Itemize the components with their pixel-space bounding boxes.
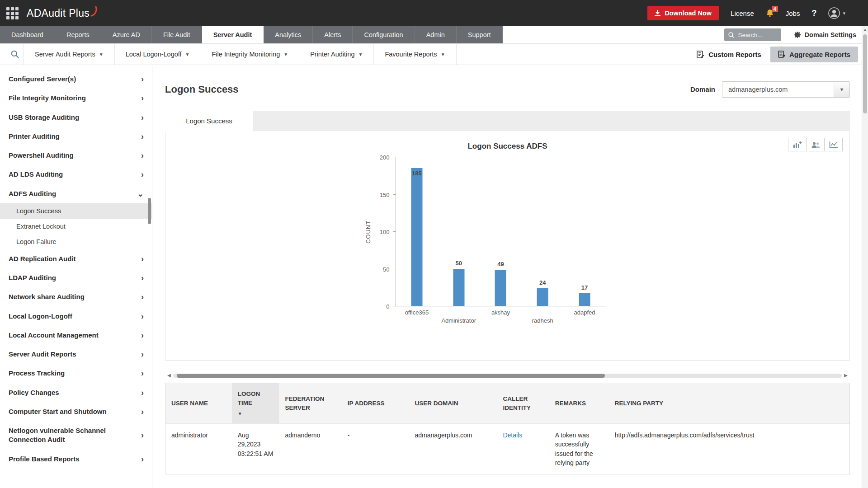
sidebar-item-local-account-management[interactable]: Local Account Management› — [0, 326, 152, 345]
global-search[interactable] — [724, 28, 781, 41]
search-input[interactable] — [737, 31, 776, 39]
column-header-label: USER NAME — [171, 400, 208, 407]
sidebar-item-usb-storage-auditing[interactable]: USB Storage Auditing› — [0, 108, 152, 127]
aggregate-reports-button[interactable]: Aggregate Reports — [770, 47, 858, 62]
nav-tab-configuration[interactable]: Configuration — [353, 26, 415, 43]
sidebar-item-policy-changes[interactable]: Policy Changes› — [0, 383, 152, 402]
sidebar-item-label: Profile Based Reports — [9, 455, 80, 464]
x-axis-category-label: radhesh — [532, 317, 553, 324]
logo: ADAudit Plus — [27, 7, 98, 19]
bar-radhesh[interactable] — [537, 288, 548, 306]
nav-tab-admin[interactable]: Admin — [415, 26, 457, 43]
sidebar-subitem-logon-failure[interactable]: Logon Failure — [0, 234, 152, 249]
bar-slot-adapfed: 17adapfed — [564, 157, 606, 306]
vertical-scrollbar[interactable]: ▲ — [862, 26, 868, 488]
sidebar-item-label: AD Replication Audit — [9, 254, 76, 263]
user-menu[interactable]: ▾ — [828, 7, 845, 19]
sidebar-item-server-audit-reports[interactable]: Server Audit Reports› — [0, 345, 152, 364]
toolbar-menu-label: Favourite Reports — [385, 51, 437, 58]
domain-select[interactable]: admanagerplus.com ▼ — [722, 81, 850, 98]
line-chart-icon[interactable] — [824, 138, 843, 151]
toolbar-menu-printer-auditing[interactable]: Printer Auditing▼ — [299, 44, 374, 65]
notifications-button[interactable]: 4 — [766, 9, 774, 18]
help-button[interactable]: ? — [811, 9, 816, 18]
sidebar-item-label: USB Storage Auditing — [9, 113, 79, 122]
hscroll-track[interactable] — [173, 374, 842, 378]
jobs-link[interactable]: Jobs — [786, 9, 800, 17]
nav-tab-support[interactable]: Support — [457, 26, 503, 43]
bar-office365[interactable] — [411, 168, 422, 306]
nav-tab-server-audit[interactable]: Server Audit — [202, 26, 264, 43]
toolbar-menu-file-integrity-monitoring[interactable]: File Integrity Monitoring▼ — [201, 44, 300, 65]
sidebar-item-profile-based-reports[interactable]: Profile Based Reports› — [0, 450, 152, 469]
toolbar-menu-favourite-reports[interactable]: Favourite Reports▼ — [374, 44, 456, 65]
sidebar-item-ad-replication-audit[interactable]: AD Replication Audit› — [0, 249, 152, 268]
download-now-label: Download Now — [665, 9, 712, 17]
scroll-right-icon[interactable]: ► — [842, 372, 850, 379]
sidebar-subitem-logon-success[interactable]: Logon Success — [0, 203, 152, 219]
sidebar-item-network-share-auditing[interactable]: Network share Auditing› — [0, 287, 152, 306]
bar-adapfed[interactable] — [579, 293, 590, 306]
report-search-button[interactable] — [6, 44, 24, 65]
chevron-right-icon: › — [141, 432, 144, 438]
users-icon[interactable] — [806, 138, 825, 151]
sidebar-item-configured-server-s[interactable]: Configured Server(s)› — [0, 70, 152, 89]
license-link[interactable]: License — [731, 9, 754, 17]
chevron-down-icon: ▼ — [358, 52, 363, 57]
sidebar-item-computer-start-and-shutdown[interactable]: Computer Start and Shutdown› — [0, 402, 152, 421]
nav-tab-dashboard[interactable]: Dashboard — [0, 26, 55, 43]
chevron-down-icon: ▼ — [283, 52, 288, 57]
column-header-user-name[interactable]: USER NAME — [165, 383, 232, 423]
details-link[interactable]: Details — [503, 432, 522, 439]
sidebar-item-label: Local Account Management — [9, 331, 99, 340]
custom-reports-button[interactable]: Custom Reports — [697, 51, 761, 58]
sidebar-subitem-extranet-lockout[interactable]: Extranet Lockout — [0, 219, 152, 234]
column-header-remarks[interactable]: REMARKS — [549, 383, 609, 423]
app-launcher-icon[interactable] — [6, 7, 19, 19]
column-header-label: FEDERATION SERVER — [285, 395, 324, 411]
column-header-relying-party[interactable]: RELYING PARTY — [609, 383, 849, 423]
vscroll-thumb[interactable] — [863, 34, 867, 113]
sidebar-item-printer-auditing[interactable]: Printer Auditing› — [0, 127, 152, 146]
nav-tab-alerts[interactable]: Alerts — [313, 26, 353, 43]
column-header-user-domain[interactable]: USER DOMAIN — [409, 383, 497, 423]
sidebar-item-file-integrity-monitoring[interactable]: File Integrity Monitoring› — [0, 89, 152, 108]
sidebar-item-powershell-auditing[interactable]: Powershell Auditing› — [0, 146, 152, 165]
chevron-down-icon: ⌄ — [137, 191, 144, 197]
scroll-left-icon[interactable]: ◄ — [165, 372, 173, 379]
toolbar-menu-label: File Integrity Monitoring — [212, 51, 280, 58]
sort-desc-icon[interactable]: ▼ — [238, 411, 274, 418]
scroll-up-icon[interactable]: ▲ — [862, 26, 868, 32]
column-header-logon-time[interactable]: LOGON TIME▼ — [232, 383, 279, 423]
column-header-ip-address[interactable]: IP ADDRESS — [342, 383, 409, 423]
toolbar-menu-server-audit-reports[interactable]: Server Audit Reports▼ — [24, 44, 115, 65]
sidebar-item-local-logon-logoff[interactable]: Local Logon-Logoff› — [0, 307, 152, 326]
column-header-federation-server[interactable]: FEDERATION SERVER — [279, 383, 341, 423]
nav-tab-file-audit[interactable]: File Audit — [152, 26, 202, 43]
toolbar-menu-local-logon-logoff[interactable]: Local Logon-Logoff▼ — [115, 44, 201, 65]
sidebar-item-process-tracking[interactable]: Process Tracking› — [0, 364, 152, 383]
column-header-caller-identity[interactable]: CALLER IDENTITY — [497, 383, 549, 423]
download-now-button[interactable]: Download Now — [647, 6, 719, 20]
bar-administrator[interactable] — [453, 269, 464, 306]
sidebar-item-ldap-auditing[interactable]: LDAP Auditing› — [0, 268, 152, 287]
nav-tab-analytics[interactable]: Analytics — [264, 26, 313, 43]
add-chart-icon[interactable] — [788, 138, 807, 151]
sidebar-item-ad-lds-auditing[interactable]: AD LDS Auditing› — [0, 165, 152, 184]
sidebar-item-adfs-auditing[interactable]: ADFS Auditing⌄ — [0, 184, 152, 203]
domain-settings-button[interactable]: Domain Settings — [794, 31, 856, 38]
chart-plot: 185office36550Administrator49akshay24rad… — [396, 157, 606, 306]
tab-logon-success[interactable]: Logon Success — [165, 111, 253, 131]
sidebar-item-label: Computer Start and Shutdown — [9, 407, 107, 416]
page-title: Logon Success — [165, 84, 239, 95]
y-axis-ticks: 050100150200 — [374, 157, 396, 306]
nav-tab-reports[interactable]: Reports — [55, 26, 101, 43]
hscroll-thumb[interactable] — [177, 374, 605, 378]
sidebar-scrollbar[interactable] — [148, 198, 151, 224]
nav-tab-azure-ad[interactable]: Azure AD — [101, 26, 152, 43]
column-header-label: LOGON TIME — [238, 390, 260, 406]
column-header-label: CALLER IDENTITY — [503, 395, 531, 411]
bar-akshay[interactable] — [495, 270, 506, 306]
chevron-down-icon: ▼ — [185, 52, 190, 57]
sidebar-item-netlogon-vulnerable-schannel-connection-audit[interactable]: Netlogon vulnerable Schannel Connection … — [0, 421, 152, 450]
